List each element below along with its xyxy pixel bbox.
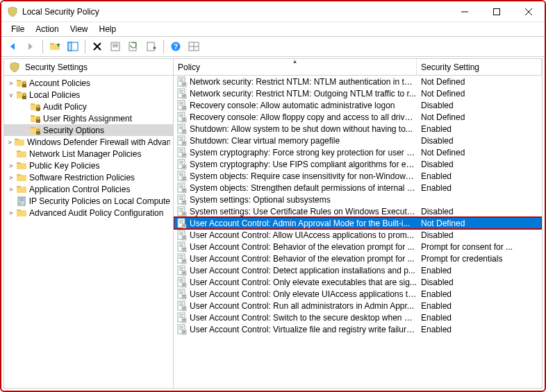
help-button[interactable]: ? [167, 38, 184, 55]
tree-node-user-rights[interactable]: >User Rights Assignment [4, 112, 173, 124]
policy-row[interactable]: Network security: Restrict NTLM: NTLM au… [174, 76, 542, 87]
tree[interactable]: >Account Policies vLocal Policies >Audit… [4, 76, 173, 220]
policy-icon [176, 230, 188, 241]
policy-name: User Account Control: Allow UIAccess app… [190, 230, 414, 240]
policy-row[interactable]: User Account Control: Behavior of the el… [174, 253, 542, 264]
maximize-button[interactable] [481, 1, 513, 22]
policy-icon [176, 123, 188, 135]
policy-row[interactable]: System objects: Strengthen default permi… [174, 182, 542, 194]
policy-setting: Not Defined [417, 89, 542, 99]
policy-name: User Account Control: Only elevate UIAcc… [190, 289, 417, 299]
policy-row[interactable]: System objects: Require case insensitivi… [174, 170, 542, 182]
svg-rect-16 [113, 44, 118, 44]
policy-row[interactable]: User Account Control: Detect application… [174, 264, 542, 276]
app-icon [7, 6, 18, 17]
expand-icon[interactable]: > [7, 139, 13, 146]
policy-row[interactable]: Recovery console: Allow automatic admini… [174, 99, 542, 111]
policy-setting: Disabled [417, 278, 542, 287]
back-button[interactable] [4, 38, 21, 55]
menu-file[interactable]: File [6, 24, 30, 35]
policy-row[interactable]: Network security: Restrict NTLM: Outgoin… [174, 87, 542, 99]
tree-node-ipsec[interactable]: >IP Security Policies on Local Computer [4, 195, 173, 207]
policy-setting: Not Defined [417, 77, 542, 87]
up-button[interactable] [47, 38, 63, 55]
policy-row[interactable]: System settings: Use Certificate Rules o… [174, 205, 542, 217]
policy-setting: Enabled [417, 289, 542, 299]
policy-row[interactable]: User Account Control: Behavior of the el… [174, 241, 542, 253]
policy-row[interactable]: User Account Control: Run all administra… [174, 300, 542, 312]
window: Local Security Policy File Action View H… [1, 1, 545, 391]
delete-button[interactable] [89, 38, 106, 55]
tile-button[interactable] [185, 38, 202, 55]
column-header-setting[interactable]: Security Setting [417, 59, 542, 75]
policy-setting: Enabled [417, 313, 542, 323]
toolbar-divider [42, 40, 43, 53]
column-label: Policy [178, 62, 200, 72]
svg-rect-14 [68, 42, 72, 51]
sort-asc-icon: ▲ [292, 59, 298, 65]
expand-icon[interactable]: > [7, 162, 15, 169]
tree-node-softrestrict[interactable]: >Software Restriction Policies [4, 171, 173, 183]
show-hide-button[interactable] [65, 38, 81, 55]
menu-help[interactable]: Help [94, 24, 122, 35]
policy-name: System objects: Strengthen default permi… [190, 183, 417, 193]
policy-row[interactable]: System settings: Optional subsystems [174, 194, 542, 205]
policy-row[interactable]: Recovery console: Allow floppy copy and … [174, 111, 542, 123]
tree-node-advaudit[interactable]: >Advanced Audit Policy Configuration [4, 207, 173, 219]
policy-icon [176, 112, 188, 123]
refresh-button[interactable] [125, 38, 142, 55]
expand-icon[interactable]: > [7, 186, 15, 193]
tree-node-account-policies[interactable]: >Account Policies [4, 77, 173, 89]
policy-name: Network security: Restrict NTLM: Outgoin… [190, 89, 416, 99]
policy-icon [176, 289, 188, 300]
collapse-icon[interactable]: v [7, 92, 15, 99]
policy-row[interactable]: Shutdown: Allow system to be shut down w… [174, 123, 542, 135]
refresh-icon [128, 41, 139, 52]
column-label: Security Setting [421, 62, 479, 72]
menu-action[interactable]: Action [30, 24, 64, 35]
minimize-button[interactable] [449, 1, 481, 22]
policy-row[interactable]: User Account Control: Virtualize file an… [174, 323, 542, 335]
list-body[interactable]: Network security: Restrict NTLM: NTLM au… [174, 76, 542, 388]
expand-icon[interactable]: > [7, 174, 15, 181]
svg-rect-19 [129, 42, 136, 51]
policy-row[interactable]: Shutdown: Clear virtual memory pagefileD… [174, 135, 542, 146]
close-button[interactable] [513, 1, 545, 22]
policy-row[interactable]: System cryptography: Force strong key pr… [174, 146, 542, 158]
properties-button[interactable] [107, 38, 124, 55]
policy-row[interactable]: User Account Control: Admin Approval Mod… [174, 217, 542, 229]
close-icon [525, 8, 532, 15]
policy-row[interactable]: User Account Control: Switch to the secu… [174, 312, 542, 323]
policy-icon [176, 76, 188, 87]
policy-name: Shutdown: Clear virtual memory pagefile [190, 136, 340, 146]
tree-node-security-options[interactable]: >Security Options [4, 124, 173, 136]
tree-node-audit-policy[interactable]: >Audit Policy [4, 101, 173, 112]
tree-label: Security Options [43, 126, 104, 135]
policy-setting: Enabled [417, 301, 542, 311]
policy-setting: Not Defined [417, 219, 542, 228]
policy-row[interactable]: User Account Control: Only elevate execu… [174, 276, 542, 288]
forward-button[interactable] [22, 38, 39, 55]
tree-node-defender[interactable]: >Windows Defender Firewall with Advanced… [4, 136, 173, 148]
policy-name: User Account Control: Virtualize file an… [190, 325, 417, 334]
policy-setting: Disabled [417, 101, 542, 110]
policy-row[interactable]: User Account Control: Allow UIAccess app… [174, 229, 542, 241]
tree-node-netlist[interactable]: >Network List Manager Policies [4, 148, 173, 160]
server-icon [16, 196, 27, 207]
tree-node-local-policies[interactable]: vLocal Policies [4, 89, 173, 101]
tree-node-appctrl[interactable]: >Application Control Policies [4, 183, 173, 195]
menu-view[interactable]: View [65, 24, 94, 35]
export-icon [146, 41, 157, 52]
column-header-policy[interactable]: ▲ Policy [174, 59, 417, 75]
policy-setting: Enabled [417, 171, 542, 181]
tree-header[interactable]: Security Settings [4, 59, 173, 76]
policy-row[interactable]: User Account Control: Only elevate UIAcc… [174, 288, 542, 300]
list-pane: ▲ Policy Security Setting Network securi… [174, 59, 542, 388]
window-title: Local Security Policy [22, 7, 449, 17]
tree-node-pubkey[interactable]: >Public Key Policies [4, 160, 173, 171]
toolbar-divider [163, 40, 164, 53]
export-button[interactable] [143, 38, 160, 55]
policy-row[interactable]: System cryptography: Use FIPS compliant … [174, 158, 542, 170]
expand-icon[interactable]: > [7, 80, 15, 87]
expand-icon[interactable]: > [7, 210, 15, 216]
